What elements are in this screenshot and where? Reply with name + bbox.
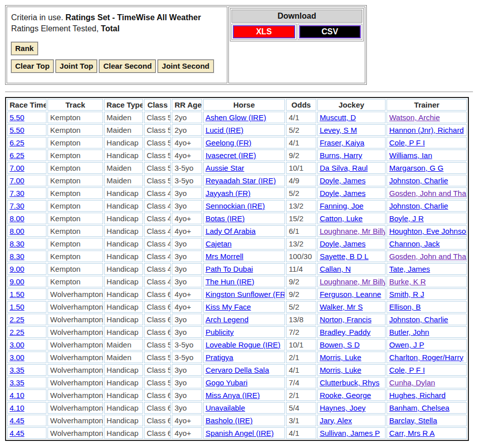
jockey-link[interactable]: Muscutt, D: [320, 113, 356, 122]
jockey-link[interactable]: Bowen, S D: [320, 340, 360, 349]
trainer-link[interactable]: Boyle, J R: [389, 214, 423, 223]
race-time-link[interactable]: 9.00: [10, 277, 24, 286]
trainer-link[interactable]: Banham, Chelsea: [389, 404, 449, 412]
race-time-link[interactable]: 5.50: [10, 113, 24, 122]
jockey-link[interactable]: Doyle, James: [320, 176, 366, 185]
jockey-link[interactable]: Fanning, Joe: [320, 202, 364, 210]
horse-link[interactable]: Reyaadah Star (IRE): [206, 176, 276, 185]
trainer-link[interactable]: Gosden, John and Thady: [389, 252, 467, 261]
race-time-link[interactable]: 7.30: [10, 189, 24, 197]
jockey-link[interactable]: Morris, Luke: [320, 353, 362, 362]
horse-link[interactable]: Miss Anya (IRE): [206, 391, 260, 400]
race-time-link[interactable]: 2.25: [10, 315, 24, 324]
joint-top-button[interactable]: Joint Top: [56, 60, 97, 73]
race-time-link[interactable]: 4.45: [10, 416, 24, 425]
download-xls-button[interactable]: XLS: [233, 25, 295, 38]
trainer-link[interactable]: Houghton, Eve Johnson: [389, 227, 467, 235]
jockey-link[interactable]: Sullivan, James P: [320, 429, 380, 437]
clear-second-button[interactable]: Clear Second: [99, 60, 156, 73]
jockey-link[interactable]: Jary, Alex: [320, 416, 352, 425]
rank-button[interactable]: Rank: [11, 42, 38, 55]
horse-link[interactable]: Jayyash (FR): [206, 189, 251, 197]
race-time-link[interactable]: 2.25: [10, 328, 24, 336]
race-time-link[interactable]: 1.50: [10, 303, 24, 311]
jockey-link[interactable]: Doyle, James: [320, 189, 366, 197]
jockey-link[interactable]: Burns, Harry: [320, 151, 362, 160]
joint-second-button[interactable]: Joint Second: [158, 60, 213, 73]
trainer-link[interactable]: Gosden, John and Thady: [389, 189, 467, 197]
horse-link[interactable]: Kingston Sunflower (FR): [206, 290, 285, 298]
trainer-link[interactable]: Owen, J P: [389, 340, 424, 349]
horse-link[interactable]: Gogo Yubari: [206, 378, 248, 387]
jockey-link[interactable]: Callan, N: [320, 265, 351, 273]
jockey-link[interactable]: Catton, Luke: [320, 214, 363, 223]
horse-link[interactable]: Ashen Glow (IRE): [206, 113, 266, 122]
trainer-link[interactable]: Cole, P F I: [389, 366, 425, 374]
horse-link[interactable]: Pratigya: [206, 353, 233, 362]
horse-link[interactable]: Unavailable: [206, 404, 245, 412]
race-time-link[interactable]: 6.25: [10, 138, 24, 147]
jockey-link[interactable]: Haynes, Joey: [320, 404, 366, 412]
race-time-link[interactable]: 7.00: [10, 164, 24, 172]
horse-link[interactable]: Cajetan: [206, 239, 232, 248]
race-time-link[interactable]: 7.00: [10, 176, 24, 185]
race-time-link[interactable]: 4.10: [10, 404, 24, 412]
jockey-link[interactable]: Clutterbuck, Rhys: [320, 378, 379, 387]
race-time-link[interactable]: 1.50: [10, 290, 24, 298]
horse-link[interactable]: Cervaro Della Sala: [206, 366, 269, 374]
jockey-link[interactable]: Sayette, B D L: [320, 252, 369, 261]
race-time-link[interactable]: 6.25: [10, 151, 24, 160]
trainer-link[interactable]: Cole, P F I: [389, 138, 425, 147]
horse-link[interactable]: Arch Legend: [206, 315, 249, 324]
trainer-link[interactable]: Carr, Mrs R A: [389, 429, 435, 437]
horse-link[interactable]: Path To Dubai: [206, 265, 253, 273]
race-time-link[interactable]: 9.00: [10, 265, 24, 273]
trainer-link[interactable]: Watson, Archie: [389, 113, 440, 122]
race-time-link[interactable]: 4.45: [10, 429, 24, 437]
horse-link[interactable]: Mrs Morrell: [206, 252, 244, 261]
download-csv-button[interactable]: CSV: [299, 25, 361, 38]
trainer-link[interactable]: Barclay, Stella: [389, 416, 437, 425]
horse-link[interactable]: Kiss My Face: [206, 303, 251, 311]
horse-link[interactable]: Aussie Star: [206, 164, 245, 172]
race-time-link[interactable]: 8.30: [10, 239, 24, 248]
trainer-link[interactable]: Butler, John: [389, 328, 429, 336]
jockey-link[interactable]: Loughnane, Mr Billy: [320, 277, 386, 286]
horse-link[interactable]: Sennockian (IRE): [206, 202, 265, 210]
race-time-link[interactable]: 3.35: [10, 366, 24, 374]
trainer-link[interactable]: Johnston, Charlie: [389, 176, 448, 185]
horse-link[interactable]: Loveable Rogue (IRE): [206, 340, 280, 349]
trainer-link[interactable]: Williams, Ian: [389, 151, 432, 160]
trainer-link[interactable]: Cunha, Dylan: [389, 378, 435, 387]
horse-link[interactable]: The Hun (IRE): [206, 277, 255, 286]
race-time-link[interactable]: 4.10: [10, 391, 24, 400]
jockey-link[interactable]: Da Silva, Raul: [320, 164, 368, 172]
race-time-link[interactable]: 5.50: [10, 126, 24, 134]
horse-link[interactable]: Lady Of Arabia: [206, 227, 256, 235]
jockey-link[interactable]: Loughnane, Mr Billy: [320, 227, 386, 235]
jockey-link[interactable]: Bradley, Paddy: [320, 328, 371, 336]
trainer-link[interactable]: Hughes, Richard: [389, 391, 446, 400]
trainer-link[interactable]: Channon, Jack: [389, 239, 440, 248]
race-time-link[interactable]: 8.00: [10, 227, 24, 235]
trainer-link[interactable]: Charlton, Roger/Harry: [389, 353, 463, 362]
race-time-link[interactable]: 3.35: [10, 378, 24, 387]
jockey-link[interactable]: Morris, Luke: [320, 366, 362, 374]
clear-top-button[interactable]: Clear Top: [11, 60, 54, 73]
jockey-link[interactable]: Walker, Mr S: [320, 303, 363, 311]
trainer-link[interactable]: Margarson, G G: [389, 164, 444, 172]
trainer-link[interactable]: Smith, R J: [389, 290, 424, 298]
trainer-link[interactable]: Johnston, Charlie: [389, 202, 448, 210]
jockey-link[interactable]: Ferguson, Leanne: [320, 290, 381, 298]
trainer-link[interactable]: Johnston, Charlie: [389, 315, 448, 324]
trainer-link[interactable]: Hannon (Jnr), Richard: [389, 126, 464, 134]
horse-link[interactable]: Lucid (IRE): [206, 126, 244, 134]
race-time-link[interactable]: 3.00: [10, 353, 24, 362]
race-time-link[interactable]: 7.30: [10, 202, 24, 210]
horse-link[interactable]: Ivasecret (IRE): [206, 151, 256, 160]
horse-link[interactable]: Basholo (IRE): [206, 416, 253, 425]
jockey-link[interactable]: Norton, Francis: [320, 315, 372, 324]
horse-link[interactable]: Publicity: [206, 328, 234, 336]
horse-link[interactable]: Botas (IRE): [206, 214, 245, 223]
jockey-link[interactable]: Fraser, Kaiya: [320, 138, 364, 147]
